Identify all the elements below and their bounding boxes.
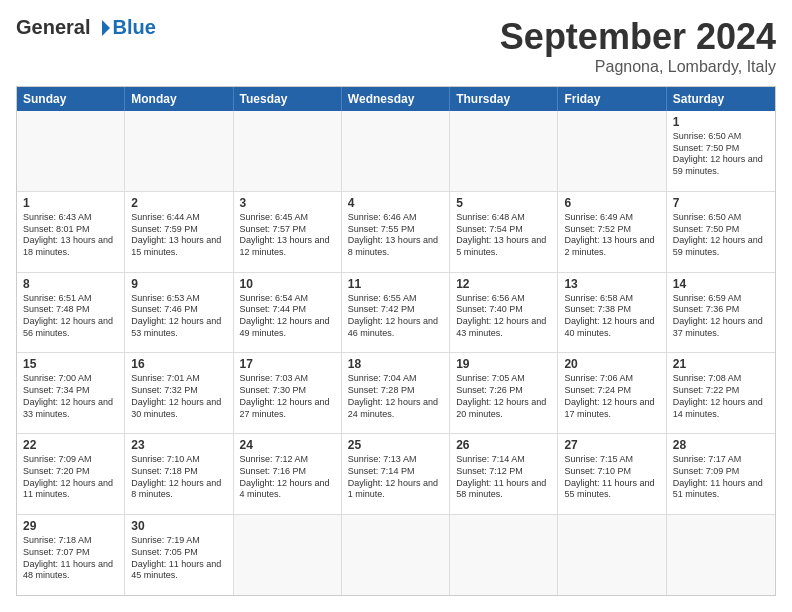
- day-num-28: 28: [673, 438, 769, 452]
- day-header-saturday: Saturday: [667, 87, 775, 111]
- cell-text-8: Sunrise: 6:51 AMSunset: 7:48 PMDaylight:…: [23, 293, 118, 340]
- cal-cell-23: 23Sunrise: 7:10 AMSunset: 7:18 PMDayligh…: [125, 434, 233, 514]
- day-num: 1: [673, 115, 769, 129]
- day-num-20: 20: [564, 357, 659, 371]
- cal-cell-26: 26Sunrise: 7:14 AMSunset: 7:12 PMDayligh…: [450, 434, 558, 514]
- cal-cell-14: 14Sunrise: 6:59 AMSunset: 7:36 PMDayligh…: [667, 273, 775, 353]
- cal-cell-empty: [234, 111, 342, 191]
- calendar-header: SundayMondayTuesdayWednesdayThursdayFrid…: [17, 87, 775, 111]
- cal-cell-1: 1Sunrise: 6:43 AMSunset: 8:01 PMDaylight…: [17, 192, 125, 272]
- cal-cell-21: 21Sunrise: 7:08 AMSunset: 7:22 PMDayligh…: [667, 353, 775, 433]
- cal-cell-empty: [17, 111, 125, 191]
- cal-cell-12: 12Sunrise: 6:56 AMSunset: 7:40 PMDayligh…: [450, 273, 558, 353]
- day-num-14: 14: [673, 277, 769, 291]
- cal-cell-empty: [450, 515, 558, 595]
- svg-marker-0: [102, 20, 110, 36]
- cal-cell-7: 7Sunrise: 6:50 AMSunset: 7:50 PMDaylight…: [667, 192, 775, 272]
- cell-text-20: Sunrise: 7:06 AMSunset: 7:24 PMDaylight:…: [564, 373, 659, 420]
- calendar-row-2: 8Sunrise: 6:51 AMSunset: 7:48 PMDaylight…: [17, 272, 775, 353]
- cell-text-7: Sunrise: 6:50 AMSunset: 7:50 PMDaylight:…: [673, 212, 769, 259]
- cell-text-15: Sunrise: 7:00 AMSunset: 7:34 PMDaylight:…: [23, 373, 118, 420]
- day-num-2: 2: [131, 196, 226, 210]
- day-header-tuesday: Tuesday: [234, 87, 342, 111]
- cell-text-9: Sunrise: 6:53 AMSunset: 7:46 PMDaylight:…: [131, 293, 226, 340]
- location: Pagnona, Lombardy, Italy: [500, 58, 776, 76]
- cal-cell-9: 9Sunrise: 6:53 AMSunset: 7:46 PMDaylight…: [125, 273, 233, 353]
- page: General Blue September 2024 Pagnona, Lom…: [0, 0, 792, 612]
- cell-text-28: Sunrise: 7:17 AMSunset: 7:09 PMDaylight:…: [673, 454, 769, 501]
- day-num-6: 6: [564, 196, 659, 210]
- day-num-11: 11: [348, 277, 443, 291]
- cal-cell-27: 27Sunrise: 7:15 AMSunset: 7:10 PMDayligh…: [558, 434, 666, 514]
- cell-text-21: Sunrise: 7:08 AMSunset: 7:22 PMDaylight:…: [673, 373, 769, 420]
- day-num-25: 25: [348, 438, 443, 452]
- cal-cell-empty: [234, 515, 342, 595]
- cell-text-5: Sunrise: 6:48 AMSunset: 7:54 PMDaylight:…: [456, 212, 551, 259]
- day-num-18: 18: [348, 357, 443, 371]
- calendar-row-5: 29Sunrise: 7:18 AMSunset: 7:07 PMDayligh…: [17, 514, 775, 595]
- cal-cell-5: 5Sunrise: 6:48 AMSunset: 7:54 PMDaylight…: [450, 192, 558, 272]
- cell-text-1: Sunrise: 6:43 AMSunset: 8:01 PMDaylight:…: [23, 212, 118, 259]
- title-block: September 2024 Pagnona, Lombardy, Italy: [500, 16, 776, 76]
- logo-flag-icon: [92, 18, 112, 38]
- day-header-monday: Monday: [125, 87, 233, 111]
- calendar-row-0: 1Sunrise: 6:50 AMSunset: 7:50 PMDaylight…: [17, 111, 775, 191]
- header: General Blue September 2024 Pagnona, Lom…: [16, 16, 776, 76]
- calendar: SundayMondayTuesdayWednesdayThursdayFrid…: [16, 86, 776, 596]
- cal-cell-11: 11Sunrise: 6:55 AMSunset: 7:42 PMDayligh…: [342, 273, 450, 353]
- day-num-21: 21: [673, 357, 769, 371]
- day-num-29: 29: [23, 519, 118, 533]
- cell-text-30: Sunrise: 7:19 AMSunset: 7:05 PMDaylight:…: [131, 535, 226, 582]
- cal-cell-empty: [450, 111, 558, 191]
- day-num-4: 4: [348, 196, 443, 210]
- day-header-thursday: Thursday: [450, 87, 558, 111]
- day-num-27: 27: [564, 438, 659, 452]
- calendar-row-4: 22Sunrise: 7:09 AMSunset: 7:20 PMDayligh…: [17, 433, 775, 514]
- day-num-5: 5: [456, 196, 551, 210]
- cal-cell-1: 1Sunrise: 6:50 AMSunset: 7:50 PMDaylight…: [667, 111, 775, 191]
- cal-cell-3: 3Sunrise: 6:45 AMSunset: 7:57 PMDaylight…: [234, 192, 342, 272]
- day-num-3: 3: [240, 196, 335, 210]
- cal-cell-30: 30Sunrise: 7:19 AMSunset: 7:05 PMDayligh…: [125, 515, 233, 595]
- day-num-22: 22: [23, 438, 118, 452]
- cell-text-26: Sunrise: 7:14 AMSunset: 7:12 PMDaylight:…: [456, 454, 551, 501]
- logo-general: General: [16, 16, 90, 39]
- day-num-23: 23: [131, 438, 226, 452]
- cell-text-24: Sunrise: 7:12 AMSunset: 7:16 PMDaylight:…: [240, 454, 335, 501]
- cal-cell-8: 8Sunrise: 6:51 AMSunset: 7:48 PMDaylight…: [17, 273, 125, 353]
- cell-text-6: Sunrise: 6:49 AMSunset: 7:52 PMDaylight:…: [564, 212, 659, 259]
- cal-cell-19: 19Sunrise: 7:05 AMSunset: 7:26 PMDayligh…: [450, 353, 558, 433]
- cell-text-25: Sunrise: 7:13 AMSunset: 7:14 PMDaylight:…: [348, 454, 443, 501]
- cell-text: Sunrise: 6:50 AMSunset: 7:50 PMDaylight:…: [673, 131, 769, 178]
- cell-text-16: Sunrise: 7:01 AMSunset: 7:32 PMDaylight:…: [131, 373, 226, 420]
- cal-cell-17: 17Sunrise: 7:03 AMSunset: 7:30 PMDayligh…: [234, 353, 342, 433]
- day-num-9: 9: [131, 277, 226, 291]
- cal-cell-empty: [342, 515, 450, 595]
- cal-cell-20: 20Sunrise: 7:06 AMSunset: 7:24 PMDayligh…: [558, 353, 666, 433]
- day-num-1: 1: [23, 196, 118, 210]
- cal-cell-24: 24Sunrise: 7:12 AMSunset: 7:16 PMDayligh…: [234, 434, 342, 514]
- cal-cell-28: 28Sunrise: 7:17 AMSunset: 7:09 PMDayligh…: [667, 434, 775, 514]
- day-num-19: 19: [456, 357, 551, 371]
- calendar-row-3: 15Sunrise: 7:00 AMSunset: 7:34 PMDayligh…: [17, 352, 775, 433]
- calendar-body: 1Sunrise: 6:50 AMSunset: 7:50 PMDaylight…: [17, 111, 775, 595]
- cal-cell-6: 6Sunrise: 6:49 AMSunset: 7:52 PMDaylight…: [558, 192, 666, 272]
- logo-blue: Blue: [112, 16, 155, 39]
- day-num-26: 26: [456, 438, 551, 452]
- cell-text-17: Sunrise: 7:03 AMSunset: 7:30 PMDaylight:…: [240, 373, 335, 420]
- cell-text-3: Sunrise: 6:45 AMSunset: 7:57 PMDaylight:…: [240, 212, 335, 259]
- day-header-sunday: Sunday: [17, 87, 125, 111]
- day-num-12: 12: [456, 277, 551, 291]
- cell-text-12: Sunrise: 6:56 AMSunset: 7:40 PMDaylight:…: [456, 293, 551, 340]
- cal-cell-2: 2Sunrise: 6:44 AMSunset: 7:59 PMDaylight…: [125, 192, 233, 272]
- cal-cell-empty: [558, 111, 666, 191]
- cal-cell-empty: [667, 515, 775, 595]
- cell-text-14: Sunrise: 6:59 AMSunset: 7:36 PMDaylight:…: [673, 293, 769, 340]
- month-title: September 2024: [500, 16, 776, 58]
- cell-text-4: Sunrise: 6:46 AMSunset: 7:55 PMDaylight:…: [348, 212, 443, 259]
- cell-text-19: Sunrise: 7:05 AMSunset: 7:26 PMDaylight:…: [456, 373, 551, 420]
- cell-text-22: Sunrise: 7:09 AMSunset: 7:20 PMDaylight:…: [23, 454, 118, 501]
- day-num-24: 24: [240, 438, 335, 452]
- day-num-16: 16: [131, 357, 226, 371]
- cal-cell-29: 29Sunrise: 7:18 AMSunset: 7:07 PMDayligh…: [17, 515, 125, 595]
